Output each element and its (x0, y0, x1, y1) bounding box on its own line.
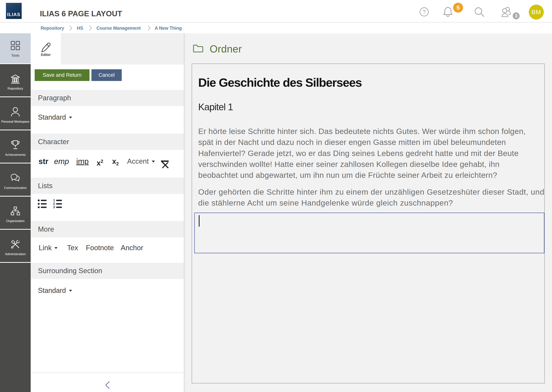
svg-text:2: 2 (53, 202, 55, 205)
svg-text:1: 1 (53, 199, 55, 202)
svg-text:?: ? (423, 9, 426, 15)
svg-text:3: 3 (53, 206, 55, 209)
